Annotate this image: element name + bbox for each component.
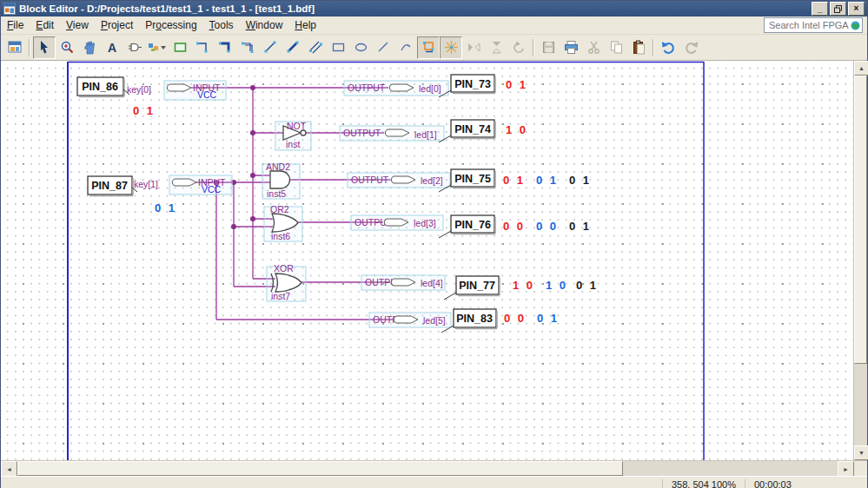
led5-sim-values-2: 0 1 xyxy=(537,312,560,325)
print-button[interactable] xyxy=(560,36,582,59)
key1-label: key[1] xyxy=(134,179,158,189)
and2-inst-label: inst5 xyxy=(267,188,286,199)
redo-button[interactable] xyxy=(679,36,702,59)
undo-button[interactable] xyxy=(657,36,679,59)
cut-button[interactable] xyxy=(582,36,605,59)
orthogonal-bus-tool[interactable] xyxy=(214,36,236,59)
output-led2[interactable]: OUTPUT led[2] PIN_75 0 1 0 1 0 1 xyxy=(348,169,592,192)
diagonal-node-tool[interactable] xyxy=(259,36,282,59)
key1-sim-values: 0 1 xyxy=(155,201,177,214)
output-led4[interactable]: OUTPUT led[4] PIN_77 1 0 1 0 0 1 xyxy=(361,275,599,300)
output-led0[interactable]: OUTPUT led[0] PIN_73 0 1 xyxy=(344,75,528,97)
flip-horizontal[interactable] xyxy=(462,36,485,59)
globe-icon xyxy=(851,21,860,30)
xor-gate[interactable]: XOR inst7 xyxy=(267,263,306,301)
menu-tools[interactable]: Tools xyxy=(203,17,240,33)
led2-sim-values-2: 0 1 xyxy=(536,174,559,187)
schematic-canvas[interactable]: PIN_86 key[0] INPUT VCC 0 1 PIN_87 key[1… xyxy=(1,61,854,460)
or2-inst-label: inst6 xyxy=(271,231,290,241)
led2-sim-values-1: 0 1 xyxy=(503,174,526,187)
menu-window[interactable]: Window xyxy=(240,17,289,33)
led3-sim-values-3: 0 1 xyxy=(569,220,592,233)
zoom-tool[interactable] xyxy=(56,36,78,59)
close-button[interactable]: × xyxy=(848,2,865,16)
horizontal-scroll-thumb[interactable] xyxy=(17,461,623,476)
pin-74-name: PIN_74 xyxy=(454,123,491,135)
selection-tool[interactable] xyxy=(33,36,56,59)
input-key0[interactable]: PIN_86 key[0] INPUT VCC 0 1 xyxy=(77,77,226,117)
pin-86-name: PIN_86 xyxy=(82,81,118,93)
minimize-icon: _ xyxy=(818,4,823,13)
minimize-button[interactable]: _ xyxy=(812,2,828,16)
and2-gate[interactable]: AND2 inst5 xyxy=(262,162,300,199)
orthogonal-conduit-tool[interactable] xyxy=(236,36,259,59)
copy-button[interactable] xyxy=(605,36,627,59)
titlebar: Block Editor - D:/Projects/test1/test1_1… xyxy=(1,1,867,16)
vertical-scroll-thumb[interactable] xyxy=(854,76,867,364)
menu-project[interactable]: Project xyxy=(95,17,139,33)
not-gate[interactable]: NOT inst xyxy=(275,121,311,150)
close-icon: × xyxy=(854,4,859,13)
work-area: PIN_86 key[0] INPUT VCC 0 1 PIN_87 key[1… xyxy=(1,61,867,460)
search-box xyxy=(764,17,863,33)
led3-sim-values-2: 0 0 xyxy=(536,220,559,233)
vcc-label: VCC xyxy=(197,89,217,100)
line-tool[interactable] xyxy=(372,36,394,59)
led3-sim-values-1: 0 0 xyxy=(503,220,526,233)
output-led5[interactable]: OUTPUT led[5] PIN_83 0 0 0 1 xyxy=(369,309,560,333)
pin-87-name: PIN_87 xyxy=(91,180,128,192)
menu-processing[interactable]: Processing xyxy=(139,17,202,33)
menu-help[interactable]: Help xyxy=(288,17,322,33)
ellipse-tool[interactable] xyxy=(349,36,372,59)
scroll-up-arrow[interactable]: ▲ xyxy=(854,61,868,76)
led1-sim-values: 1 0 xyxy=(506,123,528,136)
rubberbanding-toggle[interactable] xyxy=(417,36,440,59)
led0-label: led[0] xyxy=(419,83,441,94)
instance-dropdown-tool[interactable] xyxy=(146,36,169,59)
horizontal-scrollbar[interactable]: ◄ ► xyxy=(1,460,867,476)
or2-gate[interactable]: OR2 inst6 xyxy=(264,204,302,241)
menu-view[interactable]: View xyxy=(60,17,95,33)
key0-label: key[0] xyxy=(127,84,151,95)
key0-sim-values: 0 1 xyxy=(133,104,156,117)
xor-gate-label: XOR xyxy=(274,263,294,274)
scroll-down-arrow[interactable]: ▼ xyxy=(854,445,868,460)
rotate-left[interactable] xyxy=(507,36,530,59)
pan-tool[interactable] xyxy=(78,36,101,59)
diagonal-conduit-tool[interactable] xyxy=(304,36,327,59)
arc-tool[interactable] xyxy=(394,36,417,59)
led2-sim-values-3: 0 1 xyxy=(569,174,592,187)
partial-line-selection-toggle[interactable] xyxy=(440,36,462,59)
flip-vertical[interactable] xyxy=(485,36,507,59)
scrollbar-corner xyxy=(854,461,867,476)
led3-label: led[3] xyxy=(414,218,436,228)
search-input[interactable] xyxy=(767,19,851,31)
xor-inst-label: inst7 xyxy=(271,291,290,301)
diagonal-bus-tool[interactable] xyxy=(282,36,304,59)
menubar: File Edit View Project Processing Tools … xyxy=(1,16,867,35)
elapsed-time: 00:00:03 xyxy=(745,479,832,488)
orthogonal-node-tool[interactable] xyxy=(191,36,214,59)
junction-dots xyxy=(214,85,255,229)
block-editor-window-icon[interactable] xyxy=(3,36,26,59)
pin-76-name: PIN_76 xyxy=(454,219,491,231)
led2-label: led[2] xyxy=(421,175,443,186)
window-title: Block Editor - D:/Projects/test1/test1_1… xyxy=(19,3,812,14)
vertical-scrollbar[interactable]: ▲ ▼ xyxy=(853,61,867,460)
block-tool[interactable] xyxy=(169,36,191,59)
symbol-tool[interactable] xyxy=(123,36,146,59)
pin-83-name: PIN_83 xyxy=(456,313,493,325)
output-led1[interactable]: OUTPUT led[1] PIN_74 1 0 xyxy=(340,120,528,142)
text-tool[interactable]: A xyxy=(101,36,123,59)
output-led3[interactable]: OUTPUT led[3] PIN_76 0 0 0 0 0 1 xyxy=(351,215,592,238)
rectangle-tool[interactable] xyxy=(327,36,349,59)
output-word: OUTPUT xyxy=(351,175,389,185)
input-key1[interactable]: PIN_87 key[1] INPUT VCC 0 1 xyxy=(88,175,232,214)
paste-button[interactable] xyxy=(627,36,650,59)
or2-gate-label: OR2 xyxy=(270,204,289,214)
restore-button[interactable] xyxy=(830,2,846,16)
led4-sim-values-3: 0 1 xyxy=(576,279,599,292)
save-button[interactable] xyxy=(537,36,560,59)
menu-file[interactable]: File xyxy=(1,17,30,33)
menu-edit[interactable]: Edit xyxy=(30,17,60,33)
